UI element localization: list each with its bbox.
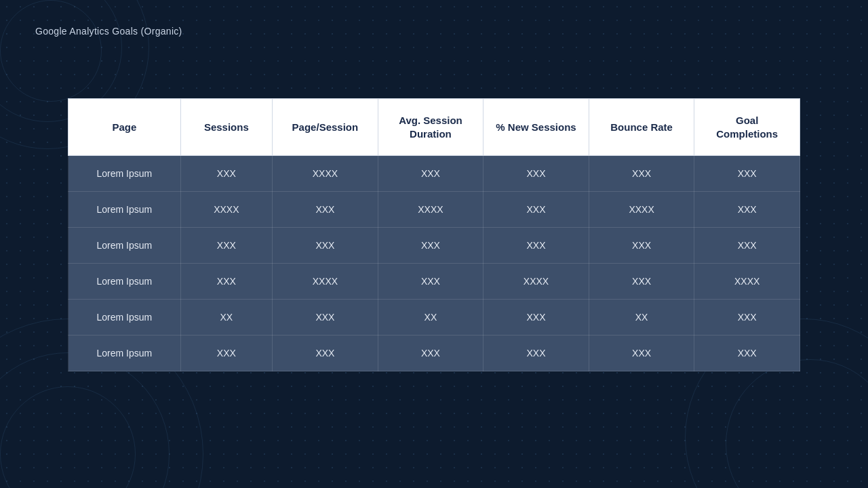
- table-cell: XXXX: [589, 192, 694, 228]
- analytics-table: Page Sessions Page/Session Avg. Session …: [68, 98, 800, 371]
- header-avg-session: Avg. Session Duration: [378, 99, 484, 156]
- table-cell: XXX: [589, 264, 694, 300]
- table-cell: XXX: [484, 336, 589, 371]
- table-cell: XXXX: [273, 264, 378, 300]
- table-cell: XXXX: [180, 192, 273, 228]
- table-row: Lorem IpsumXXXXXXXXXXXXXXXXXXXXX: [68, 192, 800, 228]
- table-cell: XXXX: [273, 156, 378, 192]
- table-cell: XXX: [273, 300, 378, 336]
- table-cell: XXX: [694, 336, 800, 371]
- header-goal-completions: Goal Completions: [694, 99, 800, 156]
- table-cell: XXX: [484, 156, 589, 192]
- table-cell: XXX: [589, 336, 694, 371]
- header-page-session: Page/Session: [273, 99, 378, 156]
- table-cell: XXX: [273, 336, 378, 371]
- table-cell: XXX: [694, 300, 800, 336]
- table-cell: XXX: [273, 192, 378, 228]
- table-cell: XXX: [694, 192, 800, 228]
- table-cell: XXX: [378, 228, 484, 264]
- table-cell: XXX: [694, 228, 800, 264]
- header-new-sessions: % New Sessions: [484, 99, 589, 156]
- header-sessions: Sessions: [180, 99, 273, 156]
- table-row: Lorem IpsumXXXXXXXXXXXXXXXXXX: [68, 228, 800, 264]
- table-header-row: Page Sessions Page/Session Avg. Session …: [68, 99, 800, 156]
- table-row: Lorem IpsumXXXXXXXXXXXXXXXXXXXXX: [68, 264, 800, 300]
- table-cell: XXX: [484, 228, 589, 264]
- table-cell: Lorem Ipsum: [68, 192, 181, 228]
- table-cell: XXX: [589, 228, 694, 264]
- bg-circle-3: [0, 0, 102, 102]
- table-cell: Lorem Ipsum: [68, 156, 181, 192]
- table-cell: XXX: [180, 336, 273, 371]
- table-cell: XXX: [378, 156, 484, 192]
- table-cell: Lorem Ipsum: [68, 264, 181, 300]
- table-cell: XXX: [484, 300, 589, 336]
- bg-circle-6: [0, 386, 136, 488]
- analytics-table-container: Page Sessions Page/Session Avg. Session …: [68, 98, 800, 371]
- table-cell: XXXX: [484, 264, 589, 300]
- table-cell: XX: [589, 300, 694, 336]
- bg-circle-5: [0, 352, 170, 488]
- bg-circle-8: [726, 359, 868, 488]
- table-cell: Lorem Ipsum: [68, 300, 181, 336]
- table-row: Lorem IpsumXXXXXXXXXXXXXXXXXX: [68, 336, 800, 371]
- table-cell: XX: [378, 300, 484, 336]
- table-cell: XXXX: [694, 264, 800, 300]
- page-title: Google Analytics Goals (Organic): [35, 26, 182, 37]
- header-bounce-rate: Bounce Rate: [589, 99, 694, 156]
- table-cell: XXX: [180, 228, 273, 264]
- table-cell: XXX: [180, 264, 273, 300]
- table-row: Lorem IpsumXXXXXXXXXXXXXXX: [68, 300, 800, 336]
- table-cell: XXX: [273, 228, 378, 264]
- header-page: Page: [68, 99, 181, 156]
- table-cell: XXX: [378, 336, 484, 371]
- table-cell: XXX: [484, 192, 589, 228]
- table-cell: XX: [180, 300, 273, 336]
- table-cell: XXX: [694, 156, 800, 192]
- table-cell: XXX: [589, 156, 694, 192]
- table-cell: XXX: [180, 156, 273, 192]
- table-cell: Lorem Ipsum: [68, 336, 181, 371]
- table-cell: Lorem Ipsum: [68, 228, 181, 264]
- table-cell: XXX: [378, 264, 484, 300]
- table-cell: XXXX: [378, 192, 484, 228]
- table-row: Lorem IpsumXXXXXXXXXXXXXXXXXXX: [68, 156, 800, 192]
